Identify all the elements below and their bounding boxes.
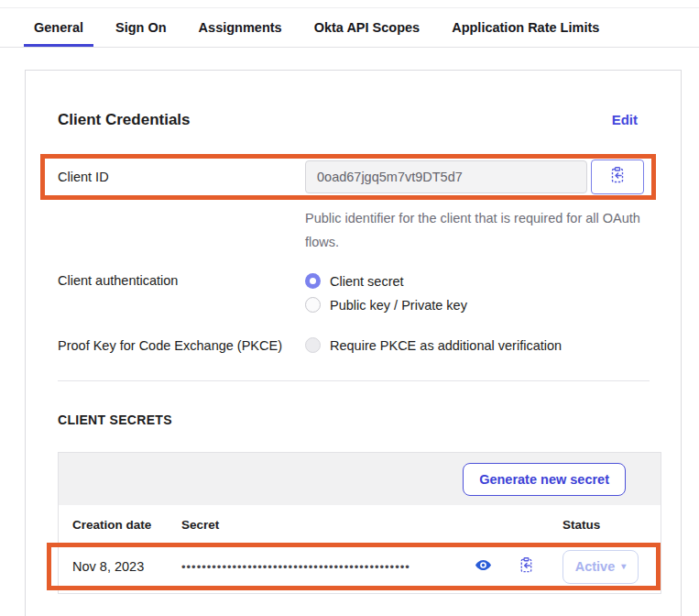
client-authentication-row: Client authentication Client secret Publ… — [58, 273, 681, 313]
section-title-client-secrets: CLIENT SECRETS — [58, 412, 681, 427]
reveal-secret-button[interactable] — [475, 556, 492, 577]
radio-option-label: Public key / Private key — [330, 298, 467, 313]
secret-cell: ••••••••••••••••••••••••••••••••••••••••… — [181, 556, 562, 577]
checkbox-unchecked-icon[interactable] — [305, 337, 321, 353]
edit-link[interactable]: Edit — [612, 112, 638, 127]
tab-application-rate-limits[interactable]: Application Rate Limits — [442, 20, 609, 47]
tab-assignments[interactable]: Assignments — [189, 20, 292, 47]
section-divider — [58, 380, 650, 381]
client-authentication-label: Client authentication — [58, 273, 305, 313]
top-hairline — [0, 0, 699, 8]
client-id-row-highlight: Client ID — [40, 154, 656, 200]
column-header-secret: Secret — [181, 518, 562, 532]
pkce-row: Proof Key for Code Exchange (PKCE) Requi… — [58, 337, 681, 353]
column-header-creation-date: Creation date — [72, 518, 181, 532]
radio-option-label: Client secret — [330, 274, 404, 289]
general-settings-card: Client Credentials Edit Client ID Public… — [25, 70, 682, 616]
generate-new-secret-button[interactable]: Generate new secret — [463, 463, 626, 496]
copy-client-id-button[interactable] — [591, 160, 644, 194]
pkce-label: Proof Key for Code Exchange (PKCE) — [58, 338, 305, 353]
pkce-option-label: Require PKCE as additional verification — [330, 338, 562, 353]
table-header-row: Creation date Secret Status — [59, 505, 661, 544]
clipboard-copy-icon — [608, 166, 627, 188]
status-cell: Active ▾ — [562, 550, 661, 584]
section-title-client-credentials: Client Credentials — [58, 111, 191, 129]
masked-secret-value: ••••••••••••••••••••••••••••••••••••••••… — [181, 560, 473, 574]
client-secrets-table: Generate new secret Creation date Secret… — [58, 452, 661, 594]
tab-okta-api-scopes[interactable]: Okta API Scopes — [304, 20, 431, 47]
status-value: Active — [575, 559, 616, 574]
radio-selected-icon[interactable] — [305, 273, 321, 289]
client-id-help-text: Public identifier for the client that is… — [305, 206, 658, 254]
caret-down-icon: ▾ — [621, 562, 626, 571]
radio-option-client-secret[interactable]: Client secret — [305, 273, 467, 289]
client-secrets-toolbar: Generate new secret — [59, 453, 661, 505]
tab-sign-on[interactable]: Sign On — [105, 20, 177, 47]
status-dropdown-button[interactable]: Active ▾ — [562, 550, 639, 584]
creation-date-cell: Nov 8, 2023 — [72, 559, 181, 574]
radio-option-public-private-key[interactable]: Public key / Private key — [305, 297, 467, 313]
client-id-input[interactable] — [305, 160, 587, 193]
clipboard-copy-icon — [518, 556, 535, 577]
client-id-label: Client ID — [58, 170, 305, 184]
app-tab-bar: General Sign On Assignments Okta API Sco… — [0, 8, 699, 48]
table-row: Nov 8, 2023 ••••••••••••••••••••••••••••… — [59, 544, 661, 588]
radio-unselected-icon[interactable] — [305, 297, 321, 313]
pkce-checkbox-option[interactable]: Require PKCE as additional verification — [305, 337, 562, 353]
tab-general[interactable]: General — [24, 20, 93, 47]
copy-secret-button[interactable] — [518, 556, 535, 577]
eye-icon — [475, 556, 492, 577]
client-credentials-header: Client Credentials Edit — [58, 111, 638, 129]
column-header-status: Status — [562, 518, 661, 532]
